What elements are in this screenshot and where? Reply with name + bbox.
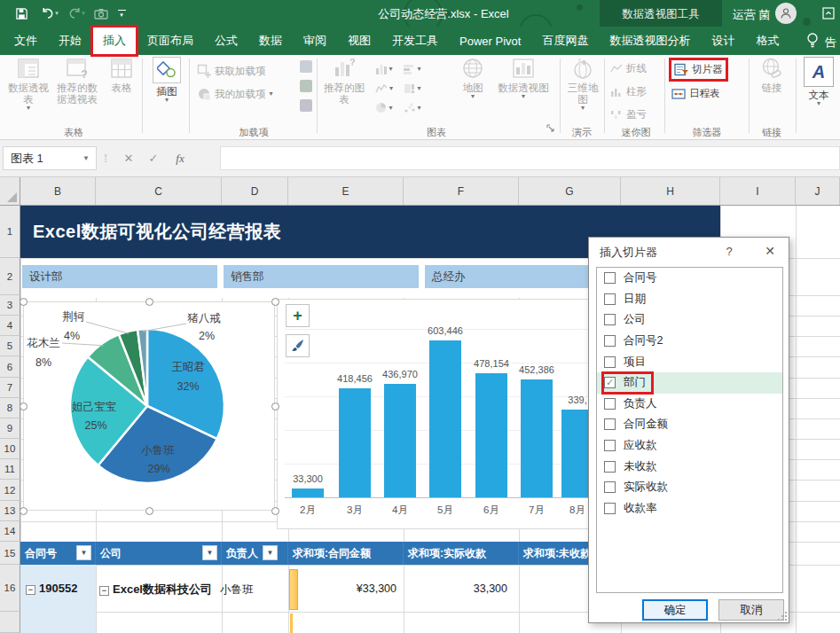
formula-input[interactable] bbox=[220, 146, 840, 170]
slicer-field-部门[interactable]: ✓部门 bbox=[597, 372, 782, 394]
slicer-field-合同金额[interactable]: 合同金额 bbox=[597, 414, 782, 435]
pivot-header-3[interactable]: 求和项:合同金额 bbox=[288, 542, 404, 565]
column-header-C[interactable]: C bbox=[96, 177, 222, 205]
insert-slicer-dialog[interactable]: 插入切片器 ? ✕ 合同号日期公司合同号2项目✓部门负责人合同金额应收款未收款实… bbox=[588, 237, 789, 623]
checkbox-icon[interactable] bbox=[604, 314, 616, 325]
insert-pie-chart-icon[interactable]: ▾ bbox=[373, 99, 396, 116]
checkbox-icon[interactable] bbox=[604, 293, 616, 305]
row-header-6[interactable]: 6 bbox=[0, 356, 20, 378]
row-header-13[interactable]: 13 bbox=[0, 501, 20, 521]
slicer-field-合同号2[interactable]: 合同号2 bbox=[597, 331, 782, 352]
tab-数据透视图分析[interactable]: 数据透视图分析 bbox=[599, 27, 701, 55]
tab-审阅[interactable]: 审阅 bbox=[293, 27, 337, 55]
save-icon[interactable] bbox=[11, 3, 32, 24]
pivottable-button[interactable]: 数据透视表 ▾ bbox=[7, 57, 50, 111]
company-cell[interactable]: −Excel数据科技公司 bbox=[99, 582, 220, 598]
column-header-G[interactable]: G bbox=[519, 177, 621, 205]
illustrations-button[interactable]: 插图 ▾ bbox=[147, 57, 186, 103]
table-button[interactable]: 表格 bbox=[105, 57, 138, 94]
column-header-F[interactable]: F bbox=[404, 177, 519, 205]
row-header-2[interactable]: 2 bbox=[0, 258, 20, 295]
bar-6月[interactable] bbox=[475, 373, 507, 497]
pivot-header-2[interactable]: 负责人 bbox=[222, 542, 288, 565]
filter-dropdown-icon[interactable]: ▼ bbox=[263, 545, 278, 560]
selection-handle[interactable] bbox=[271, 298, 279, 306]
department-button-设计部[interactable]: 设计部 bbox=[22, 265, 217, 288]
sparkline-line-button[interactable]: 折线 bbox=[610, 62, 647, 75]
help-icon[interactable]: ? bbox=[718, 241, 740, 261]
undo-dropdown-icon[interactable]: ▾ bbox=[52, 3, 61, 24]
row-header-14[interactable]: 14 bbox=[0, 521, 20, 542]
row-header-3[interactable]: 3 bbox=[0, 295, 20, 316]
column-header-J[interactable]: J bbox=[796, 177, 840, 205]
column-header-H[interactable]: H bbox=[621, 177, 720, 205]
checkbox-icon[interactable] bbox=[604, 503, 616, 514]
addin-app-icon[interactable] bbox=[300, 80, 312, 92]
select-all-corner[interactable] bbox=[0, 177, 20, 205]
confirm-entry-icon[interactable]: ✓ bbox=[142, 146, 165, 170]
selection-handle[interactable] bbox=[271, 507, 279, 515]
chart-elements-button[interactable]: + bbox=[286, 304, 310, 327]
selection-handle[interactable] bbox=[20, 298, 27, 306]
column-header-D[interactable]: D bbox=[222, 177, 288, 205]
selection-handle[interactable] bbox=[20, 507, 27, 515]
row-header-11[interactable]: 11 bbox=[0, 459, 20, 480]
row-header-5[interactable]: 5 bbox=[0, 336, 20, 356]
checkbox-icon[interactable] bbox=[604, 440, 616, 451]
bar-7月[interactable] bbox=[521, 379, 553, 497]
row-header-12[interactable]: 12 bbox=[0, 480, 20, 501]
bar-5月[interactable] bbox=[429, 340, 461, 497]
recommended-pivottables-button[interactable]: ? 推荐的数据透视表 bbox=[51, 57, 103, 106]
row-header-9[interactable]: 9 bbox=[0, 418, 20, 439]
camera-icon[interactable] bbox=[90, 3, 112, 24]
resize-grip[interactable] bbox=[778, 612, 787, 621]
amount-cell[interactable]: ¥33,300 bbox=[288, 582, 396, 595]
ribbon-display-options-icon[interactable] bbox=[818, 3, 839, 24]
bar-chart[interactable]: 33,3002月418,4563月436,9704月603,4465月478,1… bbox=[277, 299, 614, 529]
name-box-dropdown-icon[interactable]: ▼ bbox=[82, 154, 90, 162]
tab-开发工具[interactable]: 开发工具 bbox=[381, 27, 449, 55]
pivot-header-4[interactable]: 求和项:实际收款 bbox=[404, 542, 519, 565]
slicer-field-收款率[interactable]: 收款率 bbox=[597, 498, 782, 520]
tab-文件[interactable]: 文件 bbox=[4, 27, 48, 55]
sparkline-column-button[interactable]: 柱形 bbox=[610, 85, 647, 98]
row-header-16[interactable]: 16 bbox=[0, 565, 20, 612]
slicer-field-合同号[interactable]: 合同号 bbox=[597, 268, 782, 289]
collapse-icon[interactable]: − bbox=[99, 586, 109, 596]
checkbox-icon[interactable] bbox=[604, 272, 616, 284]
close-icon[interactable]: ✕ bbox=[759, 241, 781, 261]
slicer-field-日期[interactable]: 日期 bbox=[597, 289, 782, 310]
row-header-1[interactable]: 1 bbox=[0, 206, 20, 258]
text-button[interactable]: A 文本 ▾ bbox=[801, 57, 836, 106]
insert-hierarchy-chart-icon[interactable]: ▾ bbox=[401, 80, 424, 97]
charts-dialog-launcher-icon[interactable] bbox=[546, 124, 554, 132]
bar-3月[interactable] bbox=[339, 388, 371, 497]
checkbox-icon[interactable] bbox=[604, 418, 616, 430]
contract-no-cell[interactable]: −190552 bbox=[26, 582, 77, 595]
timeline-button[interactable]: 日程表 bbox=[671, 87, 720, 100]
redo-dropdown-icon[interactable]: ▾ bbox=[79, 3, 88, 24]
link-button[interactable]: 链接 bbox=[754, 57, 789, 94]
maps-button[interactable]: 地图 ▾ bbox=[454, 57, 491, 99]
column-header-E[interactable]: E bbox=[288, 177, 404, 205]
row-header-17[interactable] bbox=[0, 612, 20, 633]
user-name[interactable]: 运营 菌 bbox=[733, 7, 771, 23]
selection-handle[interactable] bbox=[271, 402, 279, 410]
filter-dropdown-icon[interactable]: ▼ bbox=[202, 545, 217, 560]
tab-Power Pivot[interactable]: Power Pivot bbox=[449, 27, 531, 55]
sparkline-winloss-button[interactable]: 盈亏 bbox=[610, 108, 647, 121]
row-header-4[interactable]: 4 bbox=[0, 316, 20, 336]
my-addins-button[interactable]: 我的加载项 ▾ bbox=[197, 87, 273, 101]
tab-开始[interactable]: 开始 bbox=[48, 27, 92, 55]
tab-百度网盘[interactable]: 百度网盘 bbox=[531, 27, 599, 55]
selection-handle[interactable] bbox=[145, 298, 153, 306]
insert-bar-chart-icon[interactable]: ▾ bbox=[401, 60, 424, 77]
qat-customize-icon[interactable]: ▾ bbox=[115, 3, 128, 24]
checkbox-icon[interactable] bbox=[604, 335, 616, 347]
tell-me-label[interactable]: 告 bbox=[825, 35, 836, 51]
tab-设计[interactable]: 设计 bbox=[701, 27, 745, 55]
tab-插入[interactable]: 插入 bbox=[92, 27, 137, 55]
row-header-8[interactable]: 8 bbox=[0, 398, 20, 418]
tab-视图[interactable]: 视图 bbox=[337, 27, 381, 55]
chart-styles-button[interactable] bbox=[286, 334, 310, 357]
